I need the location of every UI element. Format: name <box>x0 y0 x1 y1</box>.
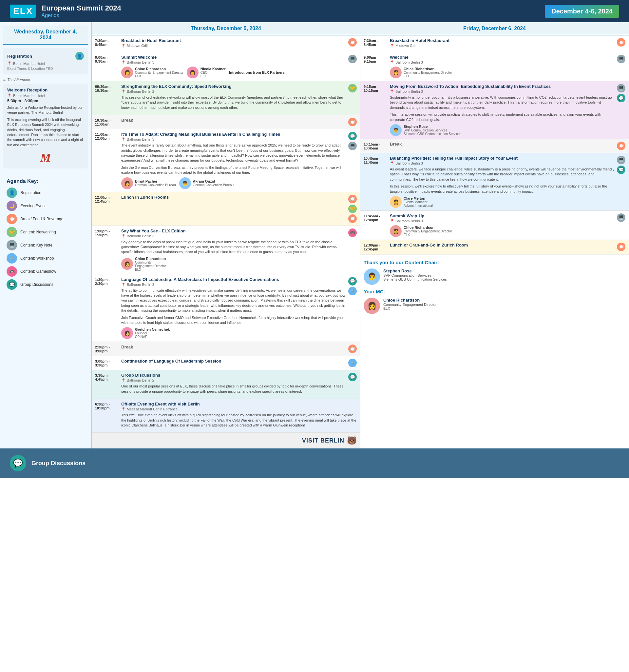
key-workshop-icon: ⚙️ <box>6 253 17 264</box>
pin-icon <box>7 61 12 66</box>
cont-workshop-icon: ⚙️ <box>348 359 357 367</box>
key-reg-label: Registration <box>20 190 41 195</box>
thu-welcome-icons: 🖥️ <box>347 55 357 78</box>
fri-welcome-title: Welcome <box>390 55 615 59</box>
mc-info: Chloe Richardson Community Engagement Di… <box>383 298 437 310</box>
keynote-icon2: 🖥️ <box>348 142 357 150</box>
birgit-name: Birgit Pacher <box>135 179 176 183</box>
thu-evening: 6:30pm -10:30pm Off-site Evening Event w… <box>92 399 360 433</box>
fri-sust-title: Moving From Buzzword To Action: Embeddin… <box>390 84 615 89</box>
birgit-role: German Convention Bureau <box>135 183 176 187</box>
welcome-location: Berlin Marriott Hotel <box>7 93 84 98</box>
chloe-avatar: 👩 <box>121 67 133 78</box>
thu-gameshow-title: Say What You See - ELX Edition <box>121 229 347 233</box>
clare-avatar: 👩 <box>390 196 402 208</box>
thu-adapt-speakers: 👩 Birgit Pacher German Convention Bureau… <box>121 177 347 189</box>
fri-sust-content: Moving From Buzzword To Action: Embeddin… <box>390 84 615 136</box>
stephen-org: Siemens GBS Communication Services <box>404 132 461 136</box>
key-network-icon: 🤝 <box>6 227 17 237</box>
speaker-nicola: 👩 Nicola Kastner CEO ELX <box>187 67 226 78</box>
break1-food-icon: 🍽️ <box>348 118 357 126</box>
stephen-role: SVP Communication Services <box>404 128 461 132</box>
thu-group-disc: 3:30pm -4:45pm Group Discussions 📍 Ballr… <box>92 370 360 399</box>
fri-bal-desc: As event leaders, we face a unique chall… <box>390 167 615 182</box>
visit-berlin-text: VISIT BERLIN <box>302 437 344 444</box>
fri-lunch: 12:00pm -12:45pm Lunch or Grab-and-Go in… <box>360 240 629 254</box>
fri-wrapup-time: 11:45am -12:00pm <box>363 213 390 237</box>
fri-bal-location: 📍 Ballroom Berlin 3 <box>390 161 615 166</box>
gameshow-icon: 🎮 <box>348 229 357 237</box>
bottom-banner: 💬 Group Discussions <box>0 449 629 478</box>
key-workshop-label: Content: Workshop <box>20 256 54 261</box>
fri-bal-time: 10:45am -11:45am <box>363 156 390 208</box>
pin-icon2 <box>7 93 12 98</box>
thu-leadership-desc: The ability to communicate effectively w… <box>121 288 347 313</box>
gretchen-org: OPINARI <box>135 335 170 339</box>
break2-food-icon: 🍽️ <box>348 344 357 353</box>
registration-location: Berlin Marriott Hotel <box>7 61 84 66</box>
thu-break2-time: 2:30pm -3:00pm <box>95 344 121 353</box>
thu-welcome-speakers: 👩 Chloe Richardson Community Engagement … <box>121 67 347 78</box>
thu-leadership-time: 1:30pm -2:30pm <box>95 277 121 339</box>
thu-network-title: Strengthening the ELX Community: Speed N… <box>121 84 347 89</box>
mc-role: Community Engagement Director <box>383 303 437 307</box>
mc-avatar: 👩 <box>363 298 380 314</box>
workshop-icon: ⚙️ <box>348 287 357 295</box>
thu-cont-icons: ⚙️ <box>347 359 357 367</box>
chloe3-name: Chloe Richardson <box>404 67 452 71</box>
lunch-food-icon: 🍽️ <box>348 195 357 203</box>
thu-welcome-time: 9:00am -9:30am <box>95 55 121 78</box>
fri-wrapup: 11:45am -12:00pm Summit Wrap-Up 📍 Ballro… <box>360 211 629 240</box>
gretchen-role: Founder <box>135 331 170 335</box>
gretchen-info: Gretchen Nemechek Founder OPINARI <box>135 328 170 339</box>
chloe4-org: ELX <box>404 233 452 237</box>
speaker-gretchen: 👩 Gretchen Nemechek Founder OPINARI <box>121 327 170 339</box>
fri-welcome-speakers: 👩 Chloe Richardson Community Engagement … <box>390 67 615 78</box>
speaker-chloe2: 👩 Chloe Richardson Community Engagement … <box>121 257 166 271</box>
fri-break-food-icon: 🍽️ <box>617 142 625 150</box>
fri-sust-location: 📍 Ballroom Berlin 3 <box>390 90 615 94</box>
thu-leadership-location: 📍 Ballroom Berlin 3 <box>121 283 347 287</box>
registration-section: Registration 👤 Berlin Marriott Hotel Exa… <box>3 48 88 74</box>
thu-adapt-desc: The event industry is rarely certain abo… <box>121 143 347 163</box>
thu-adapt-location: 📍 Ballroom Berlin 3 <box>121 137 347 142</box>
thu-cont-title: Continuation of Language Of Leadership S… <box>121 359 347 363</box>
thu-disc-title: Group Discussions <box>121 373 347 378</box>
bottom-banner-text: Group Discussions <box>31 460 85 467</box>
birgit-avatar: 👩 <box>121 177 133 189</box>
fri-breakfast-title: Breakfast in Hotel Restaurant <box>390 38 615 43</box>
thu-disc-desc: One of our most popular sessions at ELX,… <box>121 384 347 394</box>
thu-disc-time: 3:30pm -4:45pm <box>95 373 121 396</box>
network-icon: 🤝 <box>348 84 357 92</box>
nicola-avatar: 👩 <box>187 67 199 78</box>
thu-gameshow-content: Say What You See - ELX Edition 📍 Ballroo… <box>121 229 347 271</box>
fri-lunch-icons: 🍽️ <box>615 243 625 251</box>
thursday-header: Thursday, December 5, 2024 <box>92 22 360 35</box>
chloe2-role2: Engagement Director <box>135 264 166 268</box>
fri-bal-title: Balancing Priorities: Telling the Full I… <box>390 156 615 161</box>
thu-network-content: Strengthening the ELX Community: Speed N… <box>121 84 347 112</box>
speaker-partners: Introductions from ELX Partners <box>229 67 285 78</box>
stephen-name: Stephen Rose <box>404 125 461 128</box>
thu-break2: 2:30pm -3:00pm Break 🍽️ <box>92 342 360 356</box>
fri-sust-desc2: This interactive session will provide pr… <box>390 112 615 122</box>
chloe2-info: Chloe Richardson Community Engagement Di… <box>135 257 166 271</box>
chloe-org: ELX <box>135 74 183 78</box>
fri-welcome-icons: 🖥️ <box>615 55 625 78</box>
fri-wrapup-content: Summit Wrap-Up 📍 Ballroom Berlin 3 👩 Chl… <box>390 213 615 237</box>
thu-break1: 10:30am -11:00am Break 🍽️ <box>92 115 360 129</box>
discuss-icon2: 💬 <box>348 277 357 286</box>
lunch-network-icon: 🤝 <box>348 205 357 213</box>
main-grid: Wednesday, December 4, 2024 Registration… <box>0 22 629 449</box>
fri-wrapup-keynote-icon: 🖥️ <box>617 213 625 222</box>
fri-breakfast-icons: 🍽️ <box>615 38 625 49</box>
berlin-bear: 🐻 <box>347 436 357 445</box>
key-workshop: ⚙️ Content: Workshop <box>6 253 84 264</box>
discuss-icon1: 💬 <box>348 132 357 140</box>
thu-evening-content: Off-site Evening Event with Visit Berlin… <box>121 402 357 430</box>
speaker-birgit: 👩 Birgit Pacher German Convention Bureau <box>121 177 176 189</box>
content-chair-org: Siemens GBS Communication Services <box>383 277 447 281</box>
thu-break1-title: Break <box>121 118 347 123</box>
wednesday-column: Wednesday, December 4, 2024 Registration… <box>0 22 92 449</box>
content-chair-info: Stephen Rose SVP Communication Services … <box>383 268 447 281</box>
